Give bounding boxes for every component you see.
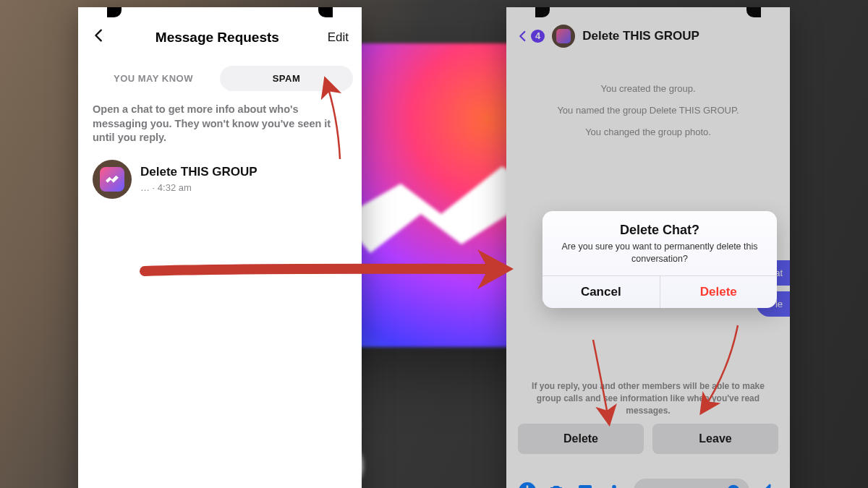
tabs: YOU MAY KNOW SPAM: [87, 66, 353, 91]
description-text: Open a chat to get more info about who's…: [78, 94, 362, 153]
cancel-button[interactable]: Cancel: [542, 276, 660, 308]
dialog-message: Are you sure you want to permanently del…: [557, 241, 762, 265]
tab-spam[interactable]: SPAM: [220, 66, 353, 91]
request-item-snippet: … · 4:32 am: [140, 182, 347, 193]
request-item[interactable]: Delete THIS GROUP … · 4:32 am: [78, 153, 362, 206]
phone-message-requests: Message Requests Edit YOU MAY KNOW SPAM …: [78, 7, 362, 488]
edit-button[interactable]: Edit: [328, 30, 349, 45]
phone-chat: 4 Delete THIS GROUP You created the grou…: [506, 7, 790, 488]
chevron-left-icon: [91, 27, 107, 43]
request-item-title: Delete THIS GROUP: [140, 165, 347, 179]
request-item-content: Delete THIS GROUP … · 4:32 am: [140, 165, 347, 193]
notch-right: [318, 7, 333, 17]
page-title: Message Requests: [156, 30, 279, 46]
avatar: [93, 160, 132, 199]
confirm-delete-button[interactable]: Delete: [660, 276, 778, 308]
tab-you-may-know[interactable]: YOU MAY KNOW: [87, 66, 220, 91]
delete-chat-dialog: Delete Chat? Are you sure you want to pe…: [542, 211, 777, 308]
messenger-icon: [100, 167, 124, 192]
back-button[interactable]: [91, 26, 107, 48]
dialog-title: Delete Chat?: [557, 223, 762, 238]
